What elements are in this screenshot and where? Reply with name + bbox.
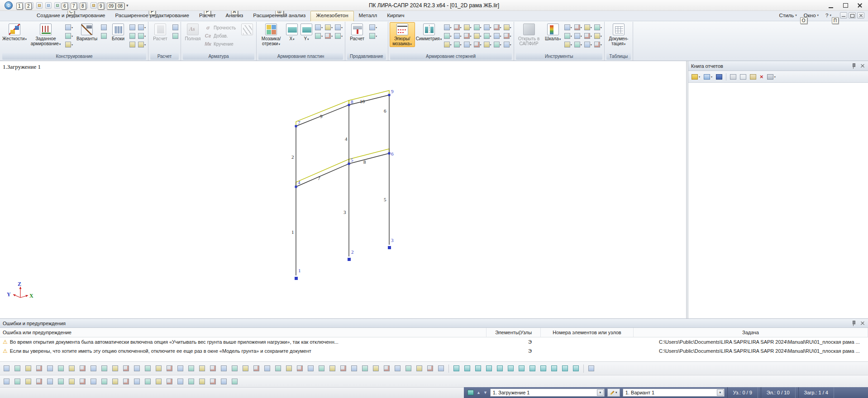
toolbar-icon-button[interactable] [88,376,99,387]
quick-access-item[interactable]: 09 [108,1,116,9]
error-row[interactable]: ⚠Если вы уверены, что хотите иметь эту о… [0,346,868,355]
toolbar-icon-button[interactable] [219,376,229,387]
app-menu-button[interactable]: Ф [2,1,15,10]
tool-icon-button[interactable]: ▾ [64,32,74,40]
pin-icon[interactable] [851,320,856,326]
toolbar-icon-button[interactable] [164,376,175,387]
tool-icon-button[interactable]: ▾ [483,32,492,40]
symmetry-button[interactable]: Симметрия▾ [416,22,442,42]
frame-member-8[interactable] [349,153,389,164]
quick-access-overflow-icon[interactable]: ▾ [126,3,129,8]
frame-member-10[interactable] [349,95,389,105]
delete-button[interactable]: × [758,72,765,81]
tool-icon-button[interactable]: ▾ [314,23,324,31]
toolbar-icon-button[interactable] [251,363,262,374]
docs-button[interactable]: Докумен-тация▾ [606,22,631,47]
tool-icon-button[interactable]: ▾ [483,40,492,48]
toolbar-icon-button[interactable] [262,363,272,374]
toolbar-icon-button[interactable] [77,363,88,374]
scale-button[interactable]: Шкала▾ [544,22,563,42]
platey-button[interactable]: Y▾ [300,22,313,42]
toolbar-icon-button[interactable] [186,376,196,387]
toolbar-icon-button[interactable] [305,363,316,374]
print-button[interactable]: ▾ [766,72,777,81]
toolbar-icon-button[interactable] [451,363,462,374]
toolbar-icon-button[interactable] [12,376,23,387]
toolbar-icon-button[interactable] [1,376,12,387]
toolbar-icon-button[interactable] [175,363,186,374]
tool-icon-button[interactable]: ▾ [453,40,463,48]
tool-icon-button[interactable]: ▾ [368,23,378,31]
tool-icon-button[interactable]: ▾ [573,32,583,40]
tool-icon-button[interactable]: ▾ [593,23,603,31]
toolbar-icon-button[interactable] [34,363,44,374]
variant-select[interactable]: 1. Вариант 1 ▾ [623,389,725,397]
tool-icon-button[interactable]: ▾ [64,23,74,31]
toolbar-icon-button[interactable] [67,363,77,374]
toolbar-icon-button[interactable] [34,376,44,387]
toolbar-icon-button[interactable] [110,376,120,387]
frame-member-9[interactable] [296,105,349,126]
toolbar-icon-button[interactable] [338,363,348,374]
frame-node-7[interactable] [295,125,297,128]
stack-button[interactable]: σПрочность [204,24,238,31]
quick-access-item[interactable] [35,1,43,9]
quick-access-item[interactable]: 08 [117,1,125,9]
toolbar-icon-button[interactable] [473,363,483,374]
stack-button[interactable]: СгДобав. [204,32,238,39]
toolbar-icon-button[interactable] [484,363,494,374]
copy-button[interactable] [739,72,748,81]
tool-icon-button[interactable]: ▾ [453,23,463,31]
tool-icon-button[interactable] [129,32,136,40]
tool-icon-button[interactable]: ▾ [443,23,453,31]
support-node-2[interactable] [348,258,351,261]
toolbar-icon-button[interactable] [382,363,392,374]
toolbar-icon-button[interactable] [121,363,131,374]
toolbar-icon-button[interactable] [462,363,472,374]
tool-icon-button[interactable] [100,32,108,40]
toolbar-icon-button[interactable] [392,363,403,374]
structural-model-view[interactable]: 12345678910123456789ZYX [0,61,686,318]
toolbar-icon-button[interactable] [436,363,446,374]
toolbar-icon-button[interactable] [132,363,142,374]
rebar-button[interactable] [239,22,255,37]
stack-button[interactable]: МкКручение [204,40,238,47]
variants-button[interactable]: Варианты [75,22,99,42]
toolbar-icon-button[interactable] [549,363,559,374]
tool-icon-button[interactable] [129,23,136,31]
tool-icon-button[interactable]: ▾ [493,40,502,48]
tool-icon-button[interactable]: ▾ [137,23,147,31]
toolbar-icon-button[interactable] [67,376,77,387]
toolbar-icon-button[interactable] [516,363,527,374]
calc-button[interactable]: Расчет [150,22,171,42]
toolbar-icon-button[interactable] [110,363,120,374]
toolbar-icon-button[interactable] [208,363,218,374]
toolbar-icon-button[interactable] [1,363,12,374]
toolbar-icon-button[interactable] [143,363,153,374]
tool-icon-button[interactable]: ▾ [583,40,593,48]
given-button[interactable]: Заданное армирование▾ [28,22,63,47]
toolbar-icon-button[interactable] [164,363,175,374]
epures-button[interactable]: Эпюры/ мозаика▾ [390,22,415,47]
tool-icon-button[interactable] [172,23,179,31]
toolbar-icon-button[interactable] [12,363,23,374]
close-panel-icon[interactable] [860,63,865,69]
toolbar-icon-button[interactable] [197,363,207,374]
toolbar-icon-button[interactable] [229,363,240,374]
tool-icon-button[interactable]: ▾ [563,40,573,48]
tool-icon-button[interactable]: ▾ [324,23,334,31]
tool-icon-button[interactable]: ▾ [334,23,343,31]
pin-icon[interactable] [851,63,856,69]
tool-icon-button[interactable] [129,40,136,48]
model-view-icon[interactable] [467,390,474,395]
toolbar-icon-button[interactable] [132,376,142,387]
maximize-button[interactable] [839,1,852,9]
toolbar-icon-button[interactable] [527,363,538,374]
tool-icon-button[interactable]: ▾ [473,40,482,48]
tool-icon-button[interactable]: ▾ [463,32,472,40]
tool-icon-button[interactable]: ▾ [443,32,453,40]
tool-icon-button[interactable]: ▾ [334,32,343,40]
toolbar-icon-button[interactable] [295,363,305,374]
collapse-down-icon[interactable]: ▼ [483,391,487,395]
tool-icon-button[interactable]: ▾ [493,23,502,31]
